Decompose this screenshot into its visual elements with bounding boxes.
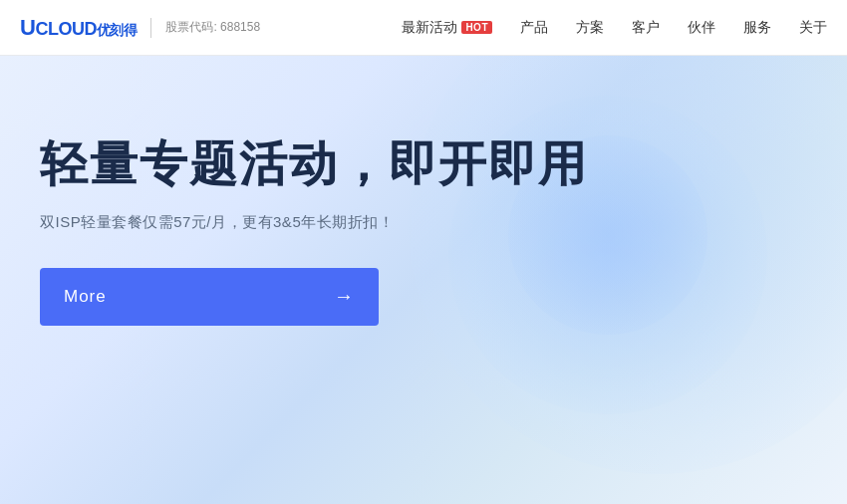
hot-badge: HOT — [461, 21, 492, 34]
nav-links: 最新活动 HOT 产品 方案 客户 伙伴 服务 关于 — [402, 19, 827, 37]
nav-item-about[interactable]: 关于 — [799, 19, 827, 37]
arrow-icon: → — [334, 285, 355, 308]
more-button[interactable]: More → — [40, 268, 379, 326]
hero-section: 轻量专题活动，即开即用 双ISP轻量套餐仅需57元/月，更有3&5年长期折扣！ … — [0, 56, 847, 504]
navbar: UCLOUD优刻得 股票代码: 688158 最新活动 HOT 产品 方案 客户… — [0, 0, 847, 56]
nav-item-product[interactable]: 产品 — [520, 19, 548, 37]
nav-item-customer[interactable]: 客户 — [632, 19, 660, 37]
hero-content: 轻量专题活动，即开即用 双ISP轻量套餐仅需57元/月，更有3&5年长期折扣！ … — [0, 56, 847, 326]
more-button-label: More — [64, 287, 107, 307]
nav-item-activity[interactable]: 最新活动 HOT — [402, 19, 492, 37]
stock-code: 股票代码: 688158 — [165, 19, 260, 36]
nav-activity-label: 最新活动 — [402, 19, 457, 37]
logo-area[interactable]: UCLOUD优刻得 — [20, 15, 137, 41]
hero-title: 轻量专题活动，即开即用 — [40, 135, 847, 193]
nav-divider — [150, 18, 151, 38]
logo: UCLOUD优刻得 — [20, 15, 137, 41]
nav-item-service[interactable]: 服务 — [743, 19, 771, 37]
nav-item-solution[interactable]: 方案 — [576, 19, 604, 37]
hero-subtitle: 双ISP轻量套餐仅需57元/月，更有3&5年长期折扣！ — [40, 213, 847, 232]
nav-item-partner[interactable]: 伙伴 — [688, 19, 715, 37]
